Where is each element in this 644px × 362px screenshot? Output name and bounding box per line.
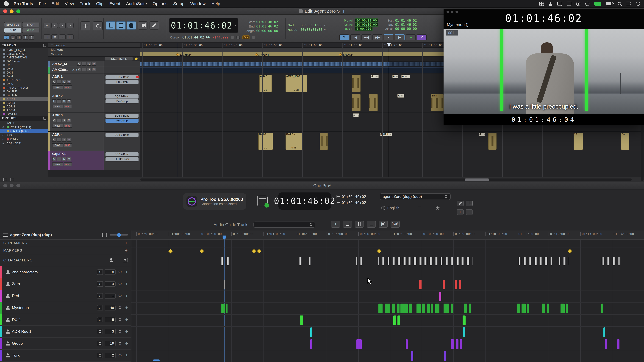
track-name[interactable]: AMXZ_M bbox=[52, 62, 67, 66]
menubar-item-help[interactable]: Help bbox=[211, 1, 220, 6]
groups-list-header[interactable]: GROUPS bbox=[0, 116, 48, 121]
character-row[interactable]: ZeroΣ4⚙+ bbox=[0, 278, 131, 290]
sidebar-group-item[interactable]: cPFX bbox=[0, 133, 48, 137]
track-m-button[interactable]: M bbox=[67, 80, 71, 84]
playlist-view-chip[interactable]: wave bbox=[52, 105, 63, 108]
audio-clip[interactable]: 10 bbox=[574, 133, 583, 150]
add-character-button[interactable]: + bbox=[118, 258, 120, 263]
guide-stepper-icon[interactable] bbox=[310, 223, 313, 227]
track-row[interactable]: Grp/FX1OISMwavereadEQ3 7-BandD3 DeEsser bbox=[48, 151, 644, 170]
character-add-button[interactable]: + bbox=[124, 293, 128, 299]
cue-clip[interactable] bbox=[464, 304, 467, 313]
automation-read-chip[interactable]: read bbox=[64, 143, 72, 147]
track-i-button[interactable]: I bbox=[57, 119, 61, 122]
cue-zoom-knob[interactable] bbox=[117, 233, 121, 237]
loop-playback-button[interactable]: ⟳ bbox=[339, 34, 349, 40]
audio-clip[interactable]: Ba bbox=[621, 133, 630, 150]
trim-mode-button[interactable] bbox=[80, 21, 90, 30]
audio-clip[interactable]: Bad Gu0 dB bbox=[286, 133, 303, 150]
grid-caret-icon[interactable]: ▾ bbox=[324, 23, 326, 27]
counter-caret-icon[interactable]: ▾ bbox=[235, 23, 236, 27]
mode-shuffle-button[interactable]: SHUFFLE bbox=[4, 22, 22, 27]
cue-clip[interactable] bbox=[617, 339, 619, 349]
keyboard-icon[interactable] bbox=[557, 1, 562, 6]
flask-icon[interactable] bbox=[549, 1, 552, 6]
sidebar-track-item[interactable]: DX 4 bbox=[0, 74, 48, 78]
track-m-button[interactable]: M bbox=[67, 99, 71, 103]
character-settings-button[interactable]: ⚙ bbox=[118, 329, 122, 334]
track-controls[interactable]: ADR 4OISMwaveread bbox=[48, 132, 104, 151]
sidebar-track-item[interactable]: DX 1 bbox=[0, 63, 48, 67]
cue-clip[interactable] bbox=[409, 304, 412, 313]
track-s-button[interactable]: S bbox=[87, 62, 91, 66]
track-i-button[interactable]: I bbox=[57, 138, 61, 142]
character-settings-button[interactable]: ⚙ bbox=[118, 317, 122, 322]
track-controls[interactable]: ADR 2OISMwaveread bbox=[48, 93, 104, 112]
automation-read-chip[interactable]: read bbox=[64, 162, 72, 166]
sidebar-track-item[interactable]: DX_Fill2 bbox=[0, 93, 48, 97]
cue-ruler[interactable]: 00:59:00:0001:00:00:0001:01:00:0001:02:0… bbox=[132, 231, 644, 239]
language-value[interactable]: English bbox=[387, 206, 399, 210]
eject-icon[interactable] bbox=[585, 1, 590, 6]
track-i-button[interactable]: I bbox=[57, 99, 61, 103]
cue-clip[interactable] bbox=[435, 304, 440, 313]
insert-procomp[interactable]: ProComp bbox=[106, 99, 138, 103]
automation-read-chip[interactable]: read bbox=[64, 105, 72, 108]
sidebar-track-item[interactable]: ADR 1 bbox=[0, 97, 48, 101]
cue-clip[interactable] bbox=[411, 351, 413, 361]
menubar-item-setup[interactable]: Setup bbox=[173, 1, 184, 6]
session-select[interactable]: agent Zero (dup) (dup) bbox=[380, 193, 450, 200]
scene-marker[interactable]: 4.ROOF bbox=[339, 53, 353, 56]
track-i-button[interactable]: I bbox=[82, 62, 86, 66]
character-lane[interactable] bbox=[132, 303, 644, 315]
track-s-button[interactable]: S bbox=[87, 68, 91, 71]
insert-eq3-7-band[interactable]: EQ3 7-Band bbox=[106, 114, 138, 118]
scene-marker[interactable]: 3.FIGHT bbox=[255, 53, 269, 56]
character-row[interactable]: DX 4Σ5⚙+ bbox=[0, 314, 131, 326]
cue-clip[interactable] bbox=[522, 304, 526, 313]
insert-eq3-7-band[interactable]: EQ3 7-Band bbox=[106, 133, 138, 137]
track-controls[interactable]: AMXZ_MOISM bbox=[48, 61, 104, 67]
horizontal-zoom-in-button[interactable]: ▸ bbox=[52, 23, 58, 28]
audio-clip[interactable] bbox=[369, 94, 378, 111]
play-circle-icon[interactable] bbox=[576, 1, 580, 6]
audio-clip[interactable] bbox=[352, 75, 360, 92]
selector-tool-button[interactable] bbox=[116, 21, 126, 29]
sidebar-track-item[interactable]: DX_Fill1 bbox=[0, 89, 48, 93]
video-window[interactable]: 01:01:46:02 Mysterion () 0011 I was a li… bbox=[444, 9, 644, 125]
character-lane[interactable] bbox=[132, 350, 644, 362]
track-controls[interactable]: ADR 3OISMwaveread bbox=[48, 112, 104, 131]
add-marker-button[interactable]: + bbox=[125, 248, 128, 253]
cue-clip[interactable] bbox=[455, 280, 457, 289]
character-add-button[interactable]: + bbox=[124, 281, 128, 287]
character-settings-button[interactable]: ⚙ bbox=[118, 270, 122, 275]
apple-menu-icon[interactable] bbox=[4, 1, 9, 6]
character-lane[interactable] bbox=[132, 267, 644, 279]
zoom-toggle-icon[interactable] bbox=[3, 178, 7, 181]
menubar-item-options[interactable]: Options bbox=[153, 1, 168, 6]
character-settings-button[interactable]: ⚙ bbox=[118, 282, 122, 286]
character-settings-button[interactable]: ⚙ bbox=[118, 305, 122, 310]
grabber-tool-button[interactable] bbox=[126, 21, 136, 29]
audio-clip[interactable]: A bbox=[479, 133, 485, 136]
minimize-button[interactable] bbox=[10, 9, 14, 13]
cue-clip[interactable] bbox=[384, 304, 390, 313]
character-lane[interactable] bbox=[132, 315, 644, 327]
cue-close-button[interactable] bbox=[3, 184, 7, 188]
nudge-setting[interactable]: Nudge 00:00:01:00 ▾ bbox=[288, 27, 326, 32]
track-s-button[interactable]: S bbox=[62, 119, 66, 122]
sidebar-track-item[interactable]: Prd DX (Prd DX) bbox=[0, 86, 48, 89]
character-lane[interactable] bbox=[132, 339, 644, 350]
close-button[interactable] bbox=[3, 9, 7, 13]
sidebar-track-item[interactable]: DX 6 bbox=[0, 82, 48, 86]
menubar-item-audiosuite[interactable]: AudioSuite bbox=[126, 1, 147, 6]
cue-clip[interactable] bbox=[397, 304, 400, 313]
cue-clip[interactable] bbox=[442, 280, 445, 289]
stop-button[interactable]: ■ bbox=[384, 34, 394, 40]
track-m-button[interactable]: M bbox=[67, 157, 71, 161]
character-add-button[interactable]: + bbox=[124, 353, 128, 358]
insertion-follows-button[interactable]: ↲ bbox=[59, 34, 66, 39]
automation-read-chip[interactable]: read bbox=[64, 124, 72, 128]
trim-tool-button[interactable] bbox=[106, 21, 116, 29]
link-selection-button[interactable]: ⇄ bbox=[52, 34, 58, 39]
